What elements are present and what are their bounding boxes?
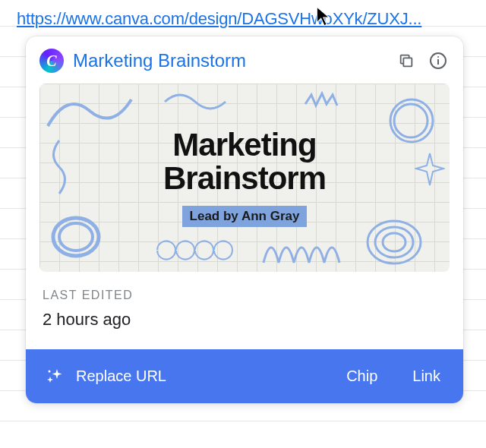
url-link[interactable]: https://www.canva.com/design/DAGSVHwoXYk… xyxy=(17,9,469,29)
svg-point-3 xyxy=(437,56,439,58)
link-preview-card: C Marketing Brainstorm Market xyxy=(26,36,463,403)
info-icon[interactable] xyxy=(427,49,450,72)
thumbnail-heading: Marketing Brainstorm xyxy=(163,128,326,195)
copy-icon[interactable] xyxy=(395,49,418,72)
action-bar: Replace URL Chip Link xyxy=(26,349,463,403)
svg-point-4 xyxy=(49,370,51,372)
last-edited-value: 2 hours ago xyxy=(43,310,447,330)
chip-button[interactable]: Chip xyxy=(342,364,382,388)
canva-logo-icon: C xyxy=(39,49,64,73)
meta-section: LAST EDITED 2 hours ago xyxy=(26,272,463,349)
thumbnail-heading-line2: Brainstorm xyxy=(163,160,326,196)
card-title[interactable]: Marketing Brainstorm xyxy=(73,50,386,71)
card-header: C Marketing Brainstorm xyxy=(26,36,463,84)
replace-url-button[interactable]: Replace URL xyxy=(76,368,331,385)
sparkle-icon xyxy=(44,366,65,387)
design-thumbnail[interactable]: Marketing Brainstorm Lead by Ann Gray xyxy=(39,84,450,272)
thumbnail-subtitle: Lead by Ann Gray xyxy=(182,206,308,227)
link-button[interactable]: Link xyxy=(408,364,445,388)
last-edited-label: LAST EDITED xyxy=(43,289,447,302)
svg-rect-0 xyxy=(403,58,412,66)
thumbnail-heading-line1: Marketing xyxy=(172,127,316,162)
